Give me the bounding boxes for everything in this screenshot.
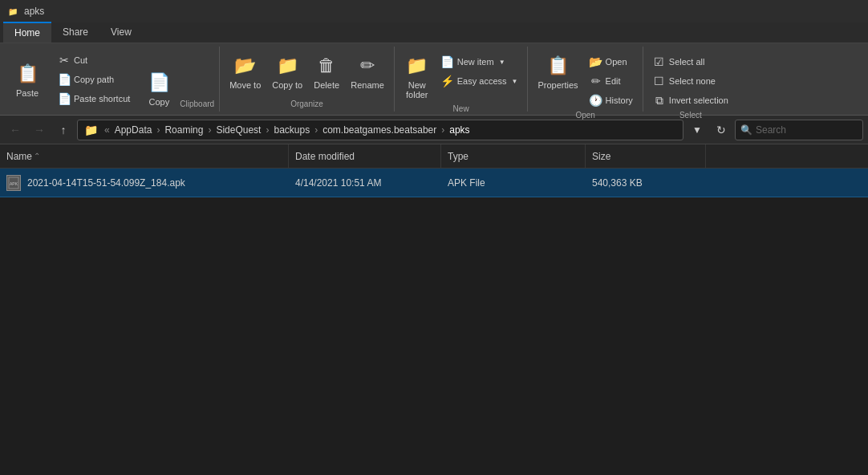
properties-icon: 📋 <box>546 53 571 79</box>
select-none-button[interactable]: ☐ Select none <box>648 72 720 90</box>
tab-view[interactable]: View <box>99 22 143 43</box>
address-part-sidequest: SideQuest <box>216 124 261 136</box>
paste-button[interactable]: 📋 Paste <box>10 58 45 101</box>
file-type-cell: APK File <box>441 168 586 197</box>
new-item-section: 📄 New item ▼ ⚡ Easy access ▼ <box>436 50 523 90</box>
properties-button[interactable]: 📋 Properties <box>533 50 582 93</box>
organize-top: 📂 Move to 📁 Copy to 🗑 Delete ✏ Rename <box>225 47 389 98</box>
table-row[interactable]: APK 2021-04-14T15-51-54.099Z_184.apk 4/1… <box>0 168 868 197</box>
history-button[interactable]: 🕐 History <box>585 91 638 109</box>
rename-label: Rename <box>351 80 384 90</box>
paste-shortcut-label: Paste shortcut <box>74 94 130 104</box>
easy-access-icon: ⚡ <box>441 75 454 87</box>
history-icon: 🕐 <box>590 94 602 107</box>
svg-text:APK: APK <box>10 181 18 186</box>
window-icon: 📁 <box>6 5 19 18</box>
new-folder-label: Newfolder <box>406 80 428 99</box>
file-size-cell: 540,363 KB <box>586 168 706 197</box>
up-button[interactable]: ↑ <box>53 120 74 140</box>
col-header-date[interactable]: Date modified <box>289 144 441 168</box>
new-label: New <box>400 103 523 116</box>
new-item-label: New item <box>457 57 494 67</box>
select-all-button[interactable]: ☑ Select all <box>648 53 710 71</box>
new-item-button[interactable]: 📄 New item ▼ <box>436 53 523 71</box>
move-to-label: Move to <box>229 80 261 90</box>
address-box[interactable]: 📁 « AppData › Roaming › SideQuest › back… <box>77 120 683 140</box>
search-placeholder: Search <box>756 124 786 136</box>
delete-icon: 🗑 <box>314 53 339 79</box>
open-top: 📋 Properties 📂 Open ✏ Edit 🕐 History <box>533 47 637 109</box>
edit-label: Edit <box>606 76 621 86</box>
copy-path-button[interactable]: 📄 Copy path <box>53 71 135 88</box>
col-type-label: Type <box>448 151 468 162</box>
search-box[interactable]: 🔍 Search <box>735 120 863 140</box>
address-part-beatgames: com.beatgames.beatsaber <box>322 124 436 136</box>
col-header-name[interactable]: Name ⌃ <box>0 144 289 168</box>
paste-icon: 📋 <box>14 61 40 87</box>
ribbon-tabs: Home Share View <box>0 22 868 43</box>
invert-label: Invert selection <box>669 95 728 105</box>
tab-home[interactable]: Home <box>3 22 51 43</box>
copy-to-icon: 📁 <box>274 53 300 79</box>
col-date-label: Date modified <box>295 151 355 162</box>
select-none-label: Select none <box>669 76 716 86</box>
clipboard-group: 📋 Paste ✂ Cut 📄 Copy path 📄 Paste shortc… <box>0 47 220 112</box>
new-item-dropdown-arrow: ▼ <box>499 59 505 66</box>
new-folder-button[interactable]: 📁 Newfolder <box>400 50 435 103</box>
paste-label: Paste <box>16 88 39 98</box>
file-size: 540,363 KB <box>592 177 643 189</box>
address-part-appdata: AppData <box>115 124 152 136</box>
forward-button[interactable]: → <box>29 120 50 140</box>
cut-button[interactable]: ✂ Cut <box>53 51 135 69</box>
copy-path-label: Copy path <box>74 75 114 84</box>
col-sort-icon: ⌃ <box>34 152 40 160</box>
cut-label: Cut <box>74 55 87 65</box>
ribbon: 📋 Paste ✂ Cut 📄 Copy path 📄 Paste shortc… <box>0 43 868 116</box>
col-header-type[interactable]: Type <box>441 144 586 168</box>
select-all-label: Select all <box>669 57 705 67</box>
tab-share[interactable]: Share <box>51 22 99 43</box>
properties-label: Properties <box>537 80 578 90</box>
select-all-icon: ☑ <box>653 55 666 68</box>
cut-icon: ✂ <box>58 54 71 67</box>
rename-button[interactable]: ✏ Rename <box>346 50 389 93</box>
copy-path-icon: 📄 <box>58 73 71 86</box>
move-to-icon: 📂 <box>233 53 258 79</box>
address-refresh-button[interactable]: ↻ <box>711 120 732 140</box>
copy-button[interactable]: 📄 Copy <box>141 67 176 110</box>
copy-label: Copy <box>148 97 169 107</box>
file-icon: APK <box>6 175 21 191</box>
open-group: 📋 Properties 📂 Open ✏ Edit 🕐 History Ope… <box>528 47 643 112</box>
organize-label: Organize <box>225 98 389 112</box>
file-date: 4/14/2021 10:51 AM <box>295 177 381 189</box>
file-list-header: Name ⌃ Date modified Type Size <box>0 144 868 168</box>
address-part-backups: backups <box>274 124 310 136</box>
move-to-button[interactable]: 📂 Move to <box>225 50 266 93</box>
paste-shortcut-button[interactable]: 📄 Paste shortcut <box>53 90 135 108</box>
select-top: ☑ Select all ☐ Select none ⧉ Invert sele… <box>648 47 733 109</box>
file-date-cell: 4/14/2021 10:51 AM <box>289 168 441 197</box>
new-group: 📁 Newfolder 📄 New item ▼ ⚡ Easy access ▼… <box>395 47 529 112</box>
easy-access-button[interactable]: ⚡ Easy access ▼ <box>436 72 523 90</box>
file-name-cell: APK 2021-04-14T15-51-54.099Z_184.apk <box>0 168 289 197</box>
window-title: apks <box>24 6 44 17</box>
col-header-size[interactable]: Size <box>586 144 706 168</box>
copy-to-button[interactable]: 📁 Copy to <box>267 50 307 93</box>
edit-button[interactable]: ✏ Edit <box>585 72 638 90</box>
back-button[interactable]: ← <box>5 120 26 140</box>
open-icon: 📂 <box>590 55 602 68</box>
organize-group: 📂 Move to 📁 Copy to 🗑 Delete ✏ Rename Or… <box>220 47 395 112</box>
address-part-apks: apks <box>449 124 469 136</box>
title-bar: 📁 apks <box>0 0 868 22</box>
address-dropdown-button[interactable]: ▼ <box>687 120 708 140</box>
new-top: 📁 Newfolder 📄 New item ▼ ⚡ Easy access ▼ <box>400 47 523 103</box>
clipboard-paste-section: 📋 Paste <box>5 47 50 112</box>
open-button[interactable]: 📂 Open <box>585 53 638 71</box>
address-part-roaming: Roaming <box>164 124 203 136</box>
delete-button[interactable]: 🗑 Delete <box>309 50 344 93</box>
edit-icon: ✏ <box>590 75 602 87</box>
copy-icon: 📄 <box>146 70 172 95</box>
open-label: Open <box>606 57 627 67</box>
delete-label: Delete <box>314 80 339 90</box>
invert-selection-button[interactable]: ⧉ Invert selection <box>648 91 733 109</box>
